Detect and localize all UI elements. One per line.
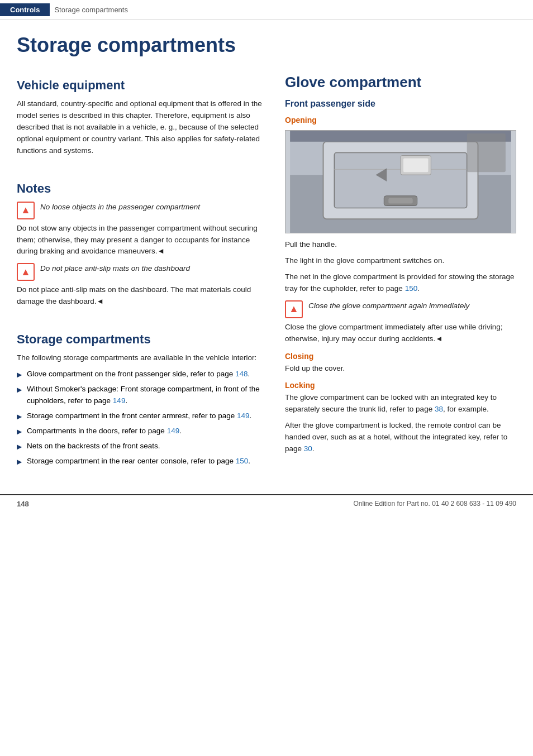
nav-controls-label: Controls xyxy=(0,3,50,16)
vehicle-equipment-body: All standard, country-specific and optio… xyxy=(17,98,263,157)
storage-intro: The following storage compartments are a… xyxy=(17,352,263,364)
bullet-arrow-icon: ▶ xyxy=(17,442,22,452)
opening-text-2: The light in the glove compartment switc… xyxy=(285,255,516,267)
top-nav: Controls Storage compartments xyxy=(0,0,533,20)
warning-2-body: Do not place anti-slip mats on the dashb… xyxy=(17,284,263,308)
list-item: ▶ Storage compartment in the rear center… xyxy=(17,456,263,467)
warning-3-title: Close the glove compartment again immedi… xyxy=(308,300,516,312)
list-item: ▶ Glove compartment on the front passeng… xyxy=(17,369,263,380)
list-item: ▶ Nets on the backrests of the front sea… xyxy=(17,441,263,452)
bullet-arrow-icon: ▶ xyxy=(17,385,22,395)
locking-heading: Locking xyxy=(285,381,516,390)
svg-rect-11 xyxy=(467,133,506,172)
bullet-arrow-icon: ▶ xyxy=(17,370,22,380)
link-149a[interactable]: 149 xyxy=(113,396,126,405)
warning-3-body: Close the glove compartment immediately … xyxy=(285,322,516,345)
list-item: ▶ Storage compartment in the front cente… xyxy=(17,410,263,422)
vehicle-equipment-heading: Vehicle equipment xyxy=(17,78,263,93)
warning-icon-3: ▲ xyxy=(285,300,303,318)
link-38[interactable]: 38 xyxy=(435,405,443,413)
warning-icon-2: ▲ xyxy=(17,263,35,281)
opening-heading: Opening xyxy=(285,116,516,125)
list-item-text: Nets on the backrests of the front seats… xyxy=(27,441,160,452)
list-item-text: Without Smoker's package: Front storage … xyxy=(27,384,263,407)
opening-text-3: The net in the glove compartment is prov… xyxy=(285,271,516,295)
svg-rect-8 xyxy=(403,158,429,172)
notes-heading: Notes xyxy=(17,181,263,196)
link-148[interactable]: 148 xyxy=(235,370,248,378)
link-150[interactable]: 150 xyxy=(236,457,249,465)
list-item-text: Compartments in the doors, refer to page… xyxy=(27,425,182,437)
warning-block-1: ▲ No loose objects in the passenger comp… xyxy=(17,202,263,219)
warning-1-body: Do not stow any objects in the passenger… xyxy=(17,223,263,258)
svg-rect-5 xyxy=(388,198,413,204)
closing-heading: Closing xyxy=(285,352,516,361)
link-149c[interactable]: 149 xyxy=(167,427,180,435)
locking-text-1: The glove compartment can be locked with… xyxy=(285,392,516,415)
page-wrapper: Storage compartments Vehicle equipment A… xyxy=(0,34,533,494)
list-item-text: Storage compartment in the front center … xyxy=(27,410,251,422)
warning-2-title: Do not place anti-slip mats on the dashb… xyxy=(40,263,263,274)
warning-1-title: No loose objects in the passenger compar… xyxy=(40,202,263,213)
bullet-arrow-icon: ▶ xyxy=(17,457,22,467)
footer-edition: Online Edition for Part no. 01 40 2 608 … xyxy=(353,500,516,508)
page-title: Storage compartments xyxy=(17,34,516,57)
storage-compartments-heading: Storage compartments xyxy=(17,332,263,347)
front-passenger-side-heading: Front passenger side xyxy=(285,99,516,109)
list-item: ▶ Without Smoker's package: Front storag… xyxy=(17,384,263,407)
link-30[interactable]: 30 xyxy=(304,444,312,453)
list-item-text: Storage compartment in the rear center c… xyxy=(27,456,250,467)
bullet-arrow-icon: ▶ xyxy=(17,427,22,437)
glove-compartment-image xyxy=(285,130,516,233)
list-item: ▶ Compartments in the doors, refer to pa… xyxy=(17,425,263,437)
glove-compartment-heading: Glove compartment xyxy=(285,74,516,91)
right-column: Glove compartment Front passenger side O… xyxy=(285,68,516,472)
locking-text-2: After the glove compartment is locked, t… xyxy=(285,420,516,455)
opening-text-1: Pull the handle. xyxy=(285,239,516,251)
page-footer: 148 Online Edition for Part no. 01 40 2 … xyxy=(0,494,533,513)
warning-block-3: ▲ Close the glove compartment again imme… xyxy=(285,300,516,318)
link-150-opening[interactable]: 150 xyxy=(405,284,418,293)
two-col-layout: Vehicle equipment All standard, country-… xyxy=(17,68,516,472)
warning-icon-1: ▲ xyxy=(17,202,35,219)
nav-storage-label: Storage compartments xyxy=(54,3,128,16)
bullet-arrow-icon: ▶ xyxy=(17,412,22,422)
warning-block-2: ▲ Do not place anti-slip mats on the das… xyxy=(17,263,263,281)
closing-text: Fold up the cover. xyxy=(285,363,516,375)
link-149b[interactable]: 149 xyxy=(237,412,250,420)
footer-page-number: 148 xyxy=(17,500,29,508)
left-column: Vehicle equipment All standard, country-… xyxy=(17,68,263,472)
storage-bullet-list: ▶ Glove compartment on the front passeng… xyxy=(17,369,263,467)
list-item-text: Glove compartment on the front passenger… xyxy=(27,369,250,380)
